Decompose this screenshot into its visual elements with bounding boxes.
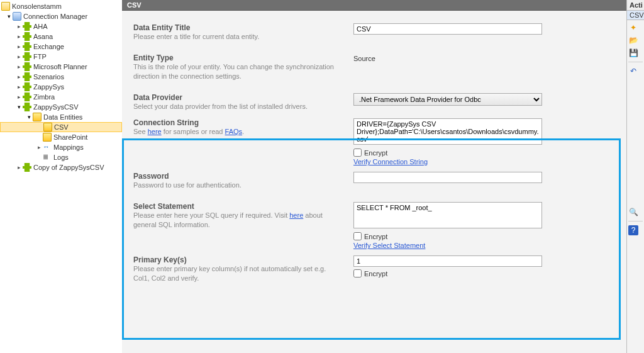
tree-label: Exchange [33,43,64,50]
chevron-right-icon[interactable]: ▸ [15,164,23,171]
logs-icon [43,153,52,162]
tree-label: ZappySys [33,83,64,91]
field-label: Data Entity Title [133,23,341,32]
open-action-icon[interactable]: 📂 [628,35,638,45]
tree-root[interactable]: Konsolenstamm [0,1,122,11]
field-hint: Please enter a title for current data en… [133,32,341,41]
preview-action-icon[interactable]: 🔍 [628,207,638,217]
puzzle-icon [23,22,31,31]
field-label: Select Statement [133,202,341,211]
tree-conn-item[interactable]: ▸Microsoft Planner [0,62,122,72]
tree-conn-item[interactable]: ▸FTP [0,52,122,62]
tree-data-entities[interactable]: ▾Data Entities [0,112,122,122]
new-action-icon[interactable]: ✦ [628,23,638,33]
field-label: Data Provider [133,93,341,102]
tree-label: Copy of ZappySysCSV [33,164,104,171]
tree-label: Logs [53,154,69,161]
form-area: Data Entity Title Please enter a title f… [122,11,626,289]
field-hint: See here for samples or read FAQs. [133,127,341,136]
field-select-statement: Select Statement Please enter here your … [133,202,615,249]
puzzle-icon [23,82,31,91]
field-entity-type: Entity Type This is the role of your ent… [133,53,615,81]
puzzle-icon [23,72,31,81]
tree-conn-item[interactable]: ▸Asana [0,31,122,42]
tree-label: CSV [54,123,69,131]
mappings-icon [43,143,52,152]
tree-conn-item[interactable]: ▸Zimbra [0,92,122,102]
select-statement-input[interactable]: SELECT * FROM _root_ [353,202,542,228]
tree-connection-manager[interactable]: ▾ Connection Manager [0,11,122,21]
verify-ss-link[interactable]: Verify Select Statement [353,242,425,249]
server-icon [13,12,21,21]
cs-here-link[interactable]: here [148,128,162,135]
tree-label: SharePoint [53,133,87,141]
data-entity-title-input[interactable] [353,23,542,35]
tree-label: Szenarios [33,73,64,81]
field-connection-string: Connection String See here for samples o… [133,118,615,165]
entities-icon [33,113,42,121]
chevron-right-icon[interactable]: ▸ [15,43,23,50]
puzzle-icon [23,62,31,71]
entity-icon [43,123,52,132]
tree-conn-item[interactable]: ▸Copy of ZappySysCSV [0,162,122,172]
data-provider-select[interactable]: .Net Framework Data Provider for Odbc [353,93,542,106]
field-hint: Password to use for authentication. [133,181,341,189]
chevron-down-icon[interactable]: ▾ [5,13,13,20]
tree-conn-item[interactable]: ▸Exchange [0,42,122,52]
chevron-right-icon[interactable]: ▸ [15,94,23,100]
field-data-entity-title: Data Entity Title Please enter a title f… [133,23,615,41]
encrypt-cs-checkbox[interactable] [353,148,362,157]
tree-label: Microsoft Planner [33,63,87,70]
nav-tree: Konsolenstamm ▾ Connection Manager ▸AHA … [0,0,122,353]
puzzle-icon [23,103,31,111]
ss-here-link[interactable]: here [289,211,303,219]
chevron-right-icon[interactable]: ▸ [15,53,23,60]
actions-tab[interactable]: CSV [627,11,644,20]
panel-title: CSV [122,0,626,11]
chevron-right-icon[interactable]: ▸ [15,23,23,30]
field-primary-keys: Primary Key(s) Please enter primary key … [133,255,615,283]
field-hint: Select your data provider from the list … [133,102,341,111]
tree-logs[interactable]: Logs [0,152,122,162]
field-hint: Please enter here your SQL query if requ… [133,211,341,229]
chevron-right-icon[interactable]: ▸ [15,84,23,90]
chevron-right-icon[interactable]: ▸ [15,33,23,40]
puzzle-icon [23,92,31,101]
tree-conn-zappysyscsv[interactable]: ▾ZappySysCSV [0,102,122,112]
chevron-right-icon[interactable]: ▸ [15,74,23,80]
chevron-right-icon[interactable]: ▸ [15,64,23,70]
encrypt-pk-checkbox[interactable] [353,269,362,277]
chevron-down-icon[interactable]: ▾ [25,114,33,120]
actions-pane: Acti CSV ✦ 📂 💾 ↶ 🔍 ? [626,0,644,353]
encrypt-label: Encrypt [364,149,387,157]
cs-faqs-link[interactable]: FAQs [225,128,243,135]
puzzle-icon [23,163,31,172]
connection-string-input[interactable]: DRIVER={ZappySys CSV Driver};DataPath='C… [353,118,542,145]
actions-title: Acti [627,0,644,11]
tree-conn-item[interactable]: ▸AHA [0,21,122,31]
verify-cs-link[interactable]: Verify Connection String [353,158,428,165]
chevron-right-icon[interactable]: ▸ [35,144,43,150]
chevron-down-icon[interactable]: ▾ [15,104,23,110]
puzzle-icon [23,42,31,51]
encrypt-label: Encrypt [364,233,387,240]
tree-entity-sharepoint[interactable]: SharePoint [0,132,122,142]
help-action-icon[interactable]: ? [628,225,638,235]
tree-mappings[interactable]: ▸Mappings [0,142,122,152]
encrypt-ss-checkbox[interactable] [353,232,362,240]
save-action-icon[interactable]: 💾 [628,48,638,58]
puzzle-icon [23,32,31,41]
tree-conn-item[interactable]: ▸Szenarios [0,72,122,82]
primary-keys-input[interactable] [353,255,542,267]
entity-type-value: Source [353,53,615,62]
tree-conn-item[interactable]: ▸ZappySys [0,82,122,92]
tree-label: AHA [33,23,48,30]
tree-entity-csv[interactable]: CSV [0,122,122,132]
field-label: Primary Key(s) [133,255,341,264]
entity-icon [43,133,52,142]
password-input[interactable] [353,172,542,183]
undo-action-icon[interactable]: ↶ [628,66,638,76]
details-panel: CSV Data Entity Title Please enter a tit… [122,0,626,353]
field-label: Entity Type [133,53,341,62]
tree-label: FTP [33,53,47,60]
